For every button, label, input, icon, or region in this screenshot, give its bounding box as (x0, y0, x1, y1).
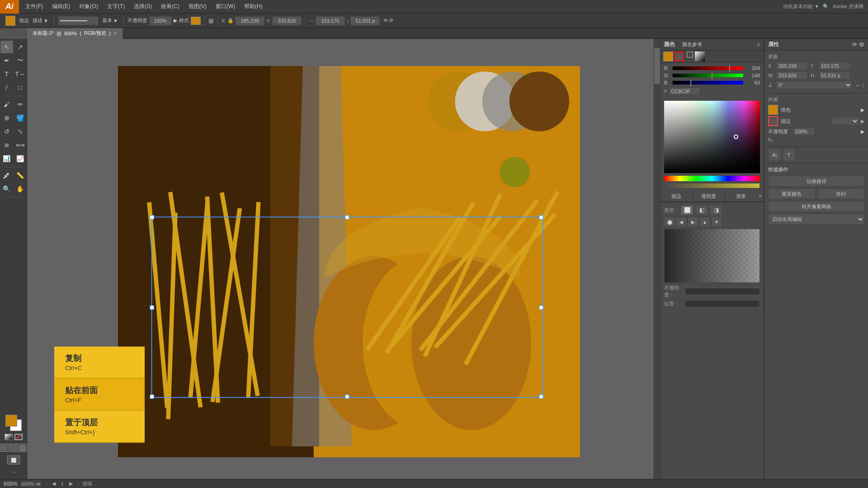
blend-type-1[interactable]: ⬜ (681, 205, 693, 215)
stroke-tab[interactable]: 描边 (660, 191, 693, 202)
pen-tool[interactable]: ✒ (0, 54, 13, 67)
fill-color-swatch[interactable] (5, 16, 15, 26)
zoom-select[interactable]: 600% (19, 480, 42, 488)
hue-bar[interactable] (664, 176, 760, 181)
rect-tool[interactable]: □ (14, 81, 27, 94)
flip-h-icon[interactable]: ↔ (855, 82, 861, 89)
align-btn-3[interactable]: ▶ (688, 217, 698, 227)
menu-help[interactable]: 帮助(H) (240, 1, 267, 12)
panel-section-menu[interactable]: ≡ (757, 191, 764, 202)
direct-select-tool[interactable]: ↗ (14, 41, 27, 53)
mode-dropdown[interactable]: 描述 ▼ (31, 16, 50, 25)
ctx-copy[interactable]: 复制 Ctrl+C (54, 347, 145, 379)
h-input[interactable] (350, 16, 380, 25)
stroke-width-select[interactable] (832, 117, 859, 125)
btn-edit-dropdown[interactable]: 启动全局编辑 (768, 214, 864, 225)
align-btn-5[interactable]: ▼ (711, 217, 722, 227)
selection-tool[interactable]: ↖ (0, 41, 13, 53)
color-gradient[interactable] (664, 101, 760, 173)
type-icon[interactable]: T (783, 149, 795, 161)
menu-select[interactable]: 选择(S) (129, 1, 156, 12)
nav-prev[interactable]: ◀ (50, 481, 57, 487)
type-area-tool[interactable]: T↔ (14, 68, 27, 80)
menu-edit[interactable]: 编辑(E) (47, 1, 75, 12)
nav-next[interactable]: ▶ (67, 481, 75, 487)
normal-draw-btn[interactable]: □ (0, 444, 9, 452)
tab-close-btn[interactable]: ✕ (113, 31, 117, 36)
canvas-content[interactable]: 复制 Ctrl+C 贴在前面 Ctrl+F 置于顶层 Shift+Ctrl+] (27, 39, 660, 479)
opacity-edit-arrow[interactable]: ▶ (861, 129, 864, 135)
warp-tool[interactable]: ≋ (0, 139, 13, 151)
alpha-bar[interactable] (664, 183, 760, 188)
color-stroke-icon[interactable] (674, 52, 684, 61)
color-fill-icon[interactable] (663, 52, 673, 61)
transform-y-input[interactable] (819, 62, 850, 70)
x-input[interactable] (235, 16, 264, 25)
draw-inside-btn[interactable]: ◫ (19, 444, 27, 452)
fill-edit-arrow[interactable]: ▶ (861, 107, 864, 113)
draw-behind-btn[interactable]: ⬚ (9, 444, 18, 452)
blend-type-3[interactable]: ◨ (710, 205, 722, 215)
menu-object[interactable]: 对象(O) (75, 1, 102, 12)
style-swatch[interactable] (191, 17, 201, 25)
stroke-edit-arrow[interactable]: ▶ (861, 118, 864, 124)
curvature-tool[interactable]: 〜 (14, 54, 27, 67)
flip-v-icon[interactable]: ↕ (862, 82, 865, 89)
props-refresh-icon[interactable]: ⟳ (852, 41, 857, 48)
hand-tool[interactable]: ✋ (14, 183, 27, 195)
document-tab[interactable]: 未标题-2* @ 600% ( RGB/预览 ) ✕ (27, 28, 123, 39)
btn-reset-color[interactable]: 重置颜色 (768, 188, 816, 199)
none-icon[interactable] (687, 52, 693, 58)
more-tools-btn[interactable]: ··· (11, 468, 16, 475)
gradient-icon[interactable] (695, 52, 705, 61)
w-input[interactable] (316, 16, 345, 25)
r-slider-track[interactable] (672, 66, 744, 70)
paintbrush-tool[interactable]: 🖌 (0, 98, 13, 111)
scale-tool[interactable]: ⤡ (14, 125, 27, 138)
position-stop-bar[interactable] (685, 300, 760, 307)
opacity-arrow[interactable]: ▶ (174, 18, 177, 23)
eyedropper-tool[interactable]: 💉 (0, 169, 13, 182)
transform-w-input[interactable] (776, 71, 808, 80)
align-btn-2[interactable]: ◀ (676, 217, 687, 227)
line-tool[interactable]: / (0, 81, 13, 94)
menu-window[interactable]: 窗口(W) (211, 1, 240, 12)
g-slider-track[interactable] (672, 73, 744, 78)
angle-dropdown[interactable]: 0° (775, 81, 852, 89)
opacity-input-props[interactable] (793, 127, 815, 136)
opacity-stop-bar[interactable] (685, 288, 760, 295)
screen-mode-btn[interactable]: ⬜ (7, 455, 20, 465)
menu-effect[interactable]: 效果(C) (156, 1, 184, 12)
menu-file[interactable]: 文件(F) (21, 1, 47, 12)
btn-arrange[interactable]: 排列 (817, 188, 865, 199)
fill-swatch[interactable] (768, 105, 778, 115)
transform-h-input[interactable] (819, 71, 850, 80)
gradient-tab[interactable]: 渐变 (725, 191, 757, 202)
align-btn-4[interactable]: ▲ (699, 217, 710, 227)
ctx-paste-front[interactable]: 贴在前面 Ctrl+F (54, 379, 145, 411)
line-dropdown[interactable]: 基本 ▼ (100, 16, 120, 25)
y-input[interactable] (272, 16, 302, 25)
type-tool[interactable]: T (0, 68, 13, 80)
column-graph[interactable]: 📊 (0, 152, 13, 165)
zoom-tool[interactable]: 🔍 (0, 183, 13, 195)
btn-path[interactable]: 位移路径 (768, 176, 864, 187)
props-settings-icon[interactable]: ⚙ (859, 41, 864, 48)
foreground-swatch[interactable] (5, 415, 17, 427)
transform-x-input[interactable] (776, 62, 808, 70)
none-swatch[interactable] (14, 434, 23, 440)
hex-input[interactable] (669, 87, 700, 95)
pencil-tool[interactable]: ✏ (14, 98, 27, 111)
menu-view[interactable]: 视图(V) (184, 1, 211, 12)
color-panel-collapse[interactable]: ≡ (757, 42, 760, 48)
ctx-bring-top[interactable]: 置于顶层 Shift+Ctrl+] (54, 411, 145, 443)
blend-type-2[interactable]: ◧ (695, 205, 708, 215)
btn-align-grid[interactable]: 对齐像素网格 (768, 201, 864, 212)
v-scroll-thumb[interactable] (654, 48, 660, 84)
align-btn-1[interactable]: ⬤ (664, 217, 675, 227)
rotate-tool[interactable]: ↺ (0, 125, 13, 138)
b-slider-track[interactable] (672, 80, 744, 85)
search-icon[interactable]: 🔍 (823, 4, 829, 9)
live-paint[interactable]: 🪣 (14, 112, 27, 124)
gradient-swatch[interactable] (5, 434, 13, 440)
